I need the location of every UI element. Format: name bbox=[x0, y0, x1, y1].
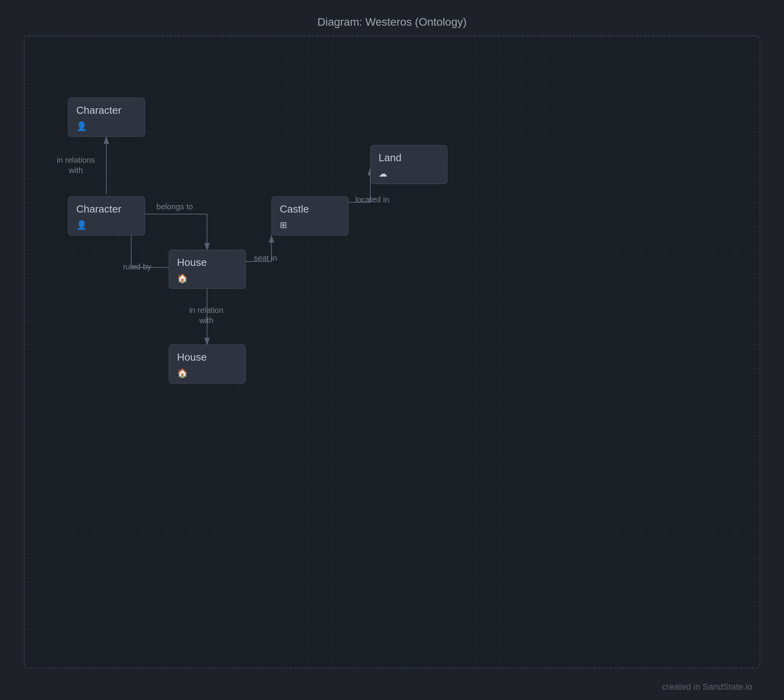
edge-house1-to-castle bbox=[246, 235, 271, 262]
node-house1-label: House bbox=[177, 256, 207, 269]
node-character2[interactable]: Character 👤 bbox=[68, 196, 145, 235]
edge-label-in-relation-with: in relationwith bbox=[183, 305, 230, 326]
node-house2-label: House bbox=[177, 351, 207, 363]
edge-label-belongs-to: belongs to bbox=[147, 201, 202, 212]
diagram-title: Diagram: Westeros (Ontology) bbox=[317, 16, 467, 28]
node-castle[interactable]: Castle ⊞ bbox=[271, 196, 349, 235]
edge-castle-to-land bbox=[349, 167, 370, 202]
edge-label-ruled-by: ruled by bbox=[111, 262, 163, 272]
edge-character2-to-house1 bbox=[145, 214, 207, 251]
node-land[interactable]: Land ☁ bbox=[370, 145, 447, 184]
created-by: created in SandState.io bbox=[662, 682, 752, 692]
node-house2[interactable]: House 🏠 bbox=[169, 344, 246, 384]
house2-icon: 🏠 bbox=[177, 368, 188, 378]
land-icon: ☁ bbox=[379, 169, 387, 179]
edge-label-in-relations-with: in relationswith bbox=[46, 155, 106, 175]
node-land-label: Land bbox=[379, 152, 401, 164]
node-house1[interactable]: House 🏠 bbox=[169, 250, 246, 289]
castle-icon: ⊞ bbox=[280, 220, 287, 230]
node-castle-label: Castle bbox=[280, 203, 309, 215]
character1-icon: 👤 bbox=[76, 121, 87, 132]
house1-icon: 🏠 bbox=[177, 273, 188, 284]
edge-label-located-in: located in bbox=[349, 194, 396, 205]
node-character1[interactable]: Character 👤 bbox=[68, 98, 145, 137]
edge-label-seat-in: seat in bbox=[246, 253, 285, 263]
diagram-canvas: Character 👤 Character 👤 House 🏠 Castle ⊞… bbox=[24, 36, 760, 668]
node-character2-label: Character bbox=[76, 203, 121, 215]
node-character1-label: Character bbox=[76, 104, 121, 117]
character2-icon: 👤 bbox=[76, 220, 87, 230]
